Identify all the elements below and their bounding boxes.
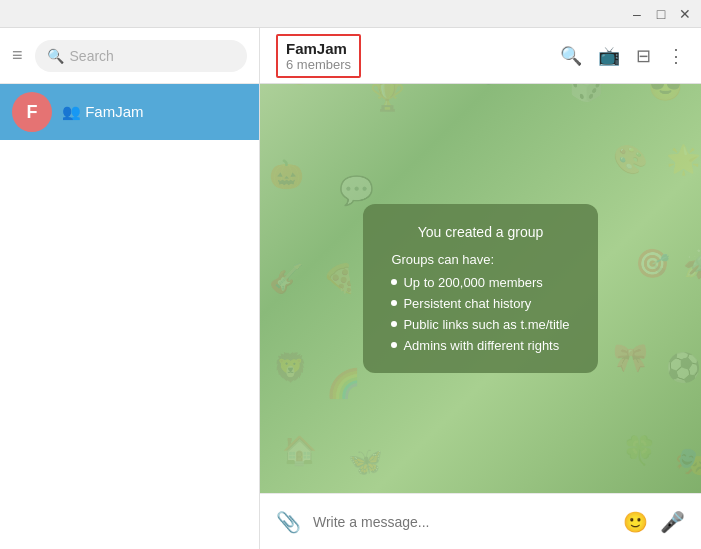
- search-placeholder: Search: [70, 48, 114, 64]
- bullet-icon: [391, 321, 397, 327]
- avatar-letter: F: [27, 102, 38, 123]
- feature-item-2: Persistent chat history: [391, 296, 569, 311]
- feature-item-4: Admins with different rights: [391, 338, 569, 353]
- chat-item-name: 👥 FamJam: [62, 103, 144, 121]
- feature-item-3: Public links such as t.me/title: [391, 317, 569, 332]
- emoji-icon[interactable]: 🙂: [623, 510, 648, 534]
- message-input[interactable]: [313, 514, 611, 530]
- chat-header: FamJam 6 members 🔍 📺 ⊟ ⋮: [260, 28, 701, 84]
- chat-item-info: 👥 FamJam: [62, 103, 144, 121]
- sidebar: ≡ 🔍 Search F 👥 FamJam: [0, 28, 260, 549]
- feature-text-3: Public links such as t.me/title: [403, 317, 569, 332]
- chat-header-name: FamJam: [286, 40, 351, 57]
- search-box[interactable]: 🔍 Search: [35, 40, 247, 72]
- minimize-button[interactable]: –: [629, 6, 645, 22]
- group-created-title: You created a group: [391, 224, 569, 240]
- titlebar: – □ ✕: [0, 0, 701, 28]
- chat-header-actions: 🔍 📺 ⊟ ⋮: [560, 45, 685, 67]
- more-options-icon[interactable]: ⋮: [667, 45, 685, 67]
- search-icon: 🔍: [47, 48, 64, 64]
- main-layout: ≡ 🔍 Search F 👥 FamJam 😊 🏆 🎵 🎲: [0, 28, 701, 549]
- group-feature-list: Up to 200,000 members Persistent chat hi…: [391, 275, 569, 353]
- chat-area: 😊 🏆 🎵 🎲 😎 🎃 💬 🎨 🌟 🎸 🍕 🎯 🚀 🦁 🌈 🎀 ⚽ 🏠 🦋 🍀 …: [260, 28, 701, 549]
- bullet-icon: [391, 342, 397, 348]
- avatar: F: [12, 92, 52, 132]
- maximize-button[interactable]: □: [653, 6, 669, 22]
- layout-icon[interactable]: ⊟: [636, 45, 651, 67]
- feature-text-2: Persistent chat history: [403, 296, 531, 311]
- hamburger-icon[interactable]: ≡: [12, 45, 23, 66]
- video-call-icon[interactable]: 📺: [598, 45, 620, 67]
- close-button[interactable]: ✕: [677, 6, 693, 22]
- feature-text-4: Admins with different rights: [403, 338, 559, 353]
- group-features-label: Groups can have:: [391, 252, 569, 267]
- chat-header-members: 6 members: [286, 57, 351, 72]
- message-input-bar: 📎 🙂 🎤: [260, 493, 701, 549]
- chat-list-item-famjam[interactable]: F 👥 FamJam: [0, 84, 259, 140]
- feature-item-1: Up to 200,000 members: [391, 275, 569, 290]
- group-icon: 👥: [62, 103, 85, 120]
- sidebar-header: ≡ 🔍 Search: [0, 28, 259, 84]
- messages-area: You created a group Groups can have: Up …: [260, 84, 701, 493]
- attach-icon[interactable]: 📎: [276, 510, 301, 534]
- feature-text-1: Up to 200,000 members: [403, 275, 542, 290]
- bullet-icon: [391, 300, 397, 306]
- search-chat-icon[interactable]: 🔍: [560, 45, 582, 67]
- chat-header-info: FamJam 6 members: [276, 34, 361, 78]
- bullet-icon: [391, 279, 397, 285]
- group-created-card: You created a group Groups can have: Up …: [363, 204, 597, 373]
- mic-icon[interactable]: 🎤: [660, 510, 685, 534]
